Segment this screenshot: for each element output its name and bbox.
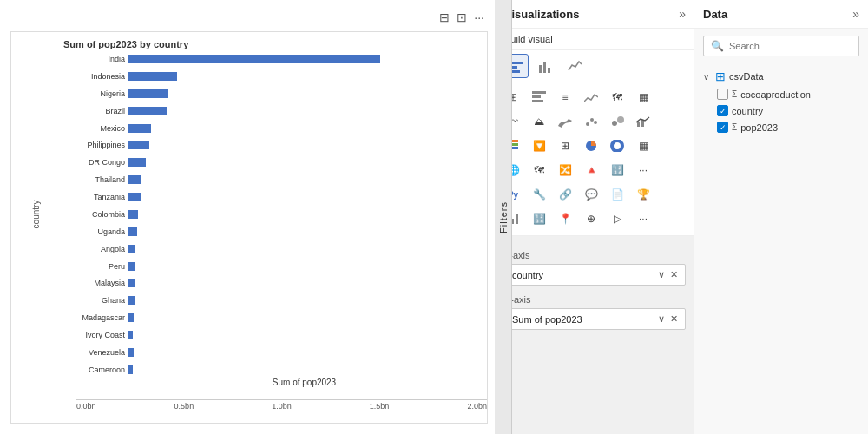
expand-chart-icon[interactable]: ⊡ — [457, 10, 467, 24]
filters-tab[interactable]: Filters — [495, 0, 512, 434]
icon-grid2[interactable]: ⊞ — [553, 135, 577, 157]
bar-wrapper[interactable] — [128, 124, 480, 133]
bar-label: Venezuela — [63, 348, 128, 357]
more-options-icon[interactable]: ··· — [474, 10, 484, 24]
bar-row: Colombia — [63, 208, 480, 220]
bar-wrapper[interactable] — [128, 89, 480, 98]
icon-scatter[interactable] — [579, 110, 603, 133]
icon-play[interactable]: ▷ — [605, 207, 629, 230]
bar — [128, 313, 134, 322]
sigma-icon: Σ — [732, 89, 737, 99]
bar-wrapper[interactable] — [128, 158, 480, 167]
icon-pie[interactable] — [579, 135, 603, 157]
icon-matrix[interactable]: ▦ — [631, 86, 655, 108]
bar-wrapper[interactable] — [128, 227, 480, 236]
bar-wrapper[interactable] — [128, 279, 480, 287]
x-axis-tick: 0.0bn — [76, 402, 96, 411]
x-axis-remove-icon[interactable]: ✕ — [670, 313, 678, 325]
bar-row: Nigeria — [63, 88, 480, 100]
bar — [128, 348, 134, 357]
svg-point-9 — [586, 122, 589, 126]
icon-more[interactable]: ··· — [631, 159, 655, 181]
tree-child-checkbox[interactable] — [717, 89, 728, 100]
bar-wrapper[interactable] — [128, 193, 480, 201]
bar-wrapper[interactable] — [128, 175, 480, 184]
icon-bar2[interactable] — [527, 86, 551, 108]
tree-child-checkbox[interactable]: ✓ — [717, 122, 728, 133]
icon-doc[interactable]: 📄 — [605, 183, 629, 206]
data-expand-icon[interactable]: » — [852, 7, 859, 21]
y-axis-label: country — [31, 201, 41, 229]
visualizations-expand-icon[interactable]: » — [679, 7, 686, 21]
filter-icon[interactable]: ⊟ — [439, 10, 450, 24]
bar-wrapper[interactable] — [128, 107, 480, 115]
icon-funnel[interactable]: 🔽 — [527, 135, 551, 157]
right-panels: Visualizations » Build visual ⊞ ≡ — [495, 0, 868, 434]
icon-shape[interactable]: 🗺 — [527, 159, 551, 181]
bar — [128, 89, 168, 98]
bar-wrapper[interactable] — [128, 331, 480, 339]
icon-plus[interactable]: ⊕ — [579, 207, 603, 230]
icon-trophy[interactable]: 🏆 — [631, 183, 655, 206]
x-axis-field[interactable]: Sum of pop2023 ∨ ✕ — [504, 308, 686, 330]
icon-mountain[interactable]: ⛰ — [527, 110, 551, 133]
tree-child-item[interactable]: ✓Σpop2023 — [717, 119, 859, 135]
bar-wrapper[interactable] — [128, 210, 480, 219]
bar — [128, 279, 135, 287]
bar-row: Venezuela — [63, 346, 480, 358]
tree-expand-icon[interactable]: ∨ — [703, 72, 712, 82]
icon-area[interactable] — [579, 86, 603, 108]
search-input[interactable] — [729, 41, 852, 51]
icon-link[interactable]: 🔗 — [553, 183, 577, 206]
viz-type-row — [496, 50, 694, 82]
bar-wrapper[interactable] — [128, 313, 480, 322]
icon-flow[interactable]: 🔀 — [553, 159, 577, 181]
tree-child-item[interactable]: Σcocoaproduction — [717, 86, 859, 102]
icon-number[interactable]: 🔢 — [605, 159, 629, 181]
bar-wrapper[interactable] — [128, 365, 480, 374]
bar-wrapper[interactable] — [128, 72, 480, 81]
y-axis-chevron-icon[interactable]: ∨ — [658, 269, 665, 280]
icon-ribbon[interactable] — [553, 110, 577, 133]
tree-root[interactable]: ∨ ⊞ csvData — [703, 67, 859, 86]
x-axis-label: Sum of pop2023 — [128, 378, 480, 387]
bar-wrapper[interactable] — [128, 262, 480, 271]
sigma-icon: Σ — [732, 122, 737, 132]
bar-row: Malaysia — [63, 277, 480, 289]
bar-label: India — [63, 55, 128, 63]
bar-label: Peru — [63, 262, 128, 271]
bar-wrapper[interactable] — [128, 245, 480, 253]
icon-treemap[interactable]: ▦ — [631, 135, 655, 157]
bar — [128, 365, 133, 374]
icon-row-1: ⊞ ≡ 🗺 ▦ — [501, 86, 689, 108]
bar-wrapper[interactable] — [128, 296, 480, 305]
bar-row: India — [63, 53, 480, 65]
tree-child-item[interactable]: ✓country — [717, 102, 859, 119]
icon-comment[interactable]: 💬 — [579, 183, 603, 206]
y-axis-remove-icon[interactable]: ✕ — [670, 269, 678, 280]
icon-combo[interactable] — [631, 110, 655, 133]
visualizations-panel: Visualizations » Build visual ⊞ ≡ — [495, 0, 694, 434]
icon-calendar[interactable]: 🔢 — [527, 207, 551, 230]
icon-bubble[interactable] — [605, 110, 629, 133]
tree-child-label: country — [732, 106, 763, 116]
icon-map[interactable]: 🗺 — [605, 86, 629, 108]
icon-pin[interactable]: 📍 — [553, 207, 577, 230]
tree-child-checkbox[interactable]: ✓ — [717, 105, 728, 116]
bar-wrapper[interactable] — [128, 55, 480, 63]
data-header: Data » — [694, 0, 868, 29]
icon-donut[interactable] — [605, 135, 629, 157]
icon-wrench[interactable]: 🔧 — [527, 183, 551, 206]
viz-icon-grid: ⊞ ≡ 🗺 ▦ 〰 ⛰ — [496, 82, 694, 236]
bar-row: Tanzania — [63, 191, 480, 203]
line-chart-icon[interactable] — [562, 54, 588, 78]
icon-row-3: 🔽 ⊞ ▦ — [501, 135, 689, 157]
bar-wrapper[interactable] — [128, 348, 480, 357]
icon-more2[interactable]: ··· — [631, 207, 655, 230]
x-axis-chevron-icon[interactable]: ∨ — [658, 313, 665, 325]
bar-wrapper[interactable] — [128, 141, 480, 149]
y-axis-field[interactable]: country ∨ ✕ — [504, 264, 686, 286]
column-chart-icon[interactable] — [532, 54, 558, 78]
icon-list[interactable]: ≡ — [553, 86, 577, 108]
icon-triangle[interactable]: 🔺 — [579, 159, 603, 181]
